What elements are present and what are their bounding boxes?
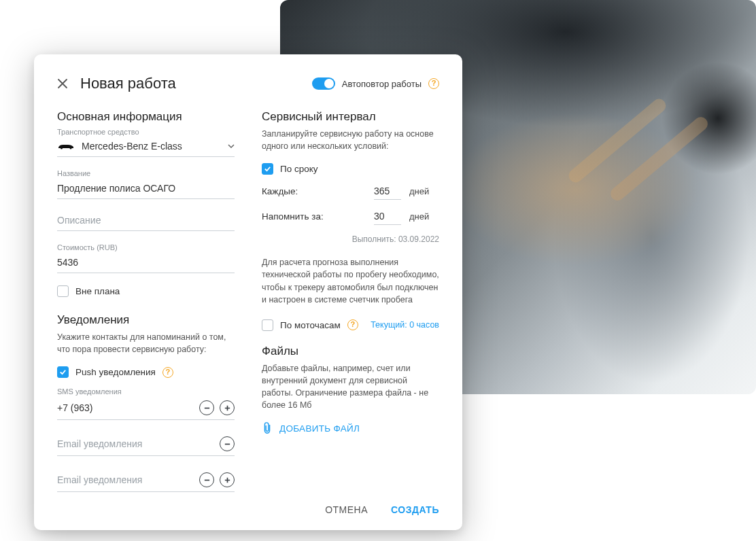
modal-footer: ОТМЕНА СОЗДАТЬ: [57, 492, 439, 515]
out-of-plan-checkbox[interactable]: [57, 285, 69, 297]
name-field: Название: [57, 169, 235, 199]
email-placeholder[interactable]: Email уведомления: [57, 474, 194, 485]
close-icon[interactable]: [57, 78, 68, 89]
remind-unit: дней: [409, 211, 436, 222]
remind-input[interactable]: [374, 209, 401, 225]
modal-header: Новая работа Автоповтор работы ?: [57, 75, 439, 92]
vehicle-label: Транспортное средство: [57, 128, 235, 136]
vehicle-field: Транспортное средство Mercedes-Benz E-cl…: [57, 128, 235, 157]
new-job-modal: Новая работа Автоповтор работы ? Основна…: [34, 54, 462, 530]
add-file-button[interactable]: ДОБАВИТЬ ФАЙЛ: [262, 422, 439, 434]
email-row-2: Email уведомления: [57, 470, 235, 492]
name-input[interactable]: [57, 179, 235, 199]
right-column: Сервисный интервал Запланируйте сервисну…: [262, 110, 439, 492]
modal-title: Новая работа: [80, 75, 312, 92]
mileage-note: Для расчета прогноза выполнения техничес…: [262, 256, 439, 306]
plus-icon: [224, 476, 231, 484]
help-icon[interactable]: ?: [428, 78, 439, 89]
plus-icon: [224, 404, 231, 412]
car-icon: [57, 142, 75, 150]
help-icon[interactable]: ?: [347, 319, 358, 330]
push-checkbox[interactable]: [57, 366, 69, 378]
by-hours-label: По моточасам: [280, 320, 341, 330]
auto-repeat-toggle[interactable]: [312, 77, 335, 90]
by-hours-checkbox[interactable]: [262, 319, 273, 331]
help-icon[interactable]: ?: [162, 367, 173, 378]
sms-row: +7 (963): [57, 398, 235, 420]
cancel-button[interactable]: ОТМЕНА: [325, 504, 368, 515]
remind-row: Напомнить за: дней: [262, 209, 439, 225]
create-button[interactable]: СОЗДАТЬ: [391, 504, 439, 515]
basic-info-heading: Основная информация: [57, 110, 235, 124]
execute-date: Выполнить: 03.09.2022: [262, 234, 439, 244]
svg-point-1: [70, 147, 72, 150]
every-label: Каждые:: [262, 186, 343, 196]
left-column: Основная информация Транспортное средств…: [57, 110, 235, 492]
by-time-row[interactable]: По сроку: [262, 163, 439, 175]
by-time-checkbox[interactable]: [262, 163, 273, 175]
chevron-down-icon: [228, 143, 235, 150]
remove-button[interactable]: [199, 472, 214, 487]
out-of-plan-row[interactable]: Вне плана: [57, 285, 235, 297]
add-button[interactable]: [220, 472, 235, 487]
minus-icon: [224, 440, 231, 448]
every-unit: дней: [409, 186, 436, 196]
remind-label: Напомнить за:: [262, 211, 343, 222]
minus-icon: [203, 476, 211, 484]
sms-value[interactable]: +7 (963): [57, 402, 194, 413]
email-row-1: Email уведомления: [57, 434, 235, 456]
every-input[interactable]: [374, 184, 401, 200]
by-time-label: По сроку: [280, 164, 318, 174]
interval-desc: Запланируйте сервисную работу на основе …: [262, 128, 439, 152]
remove-button[interactable]: [199, 400, 214, 415]
paperclip-icon: [262, 422, 273, 434]
vehicle-select[interactable]: Mercedes-Benz E-class: [57, 138, 235, 157]
files-desc: Добавьте файлы, например, счет или внутр…: [262, 362, 439, 412]
notifications-desc: Укажите контакты для напоминаний о том, …: [57, 331, 235, 355]
name-label: Название: [57, 169, 235, 177]
interval-heading: Сервисный интервал: [262, 110, 439, 124]
description-input[interactable]: [57, 211, 235, 231]
notifications-heading: Уведомления: [57, 313, 235, 327]
push-row[interactable]: Push уведомления ?: [57, 366, 235, 378]
minus-icon: [203, 404, 211, 412]
current-hours-link[interactable]: Текущий: 0 часов: [371, 320, 439, 330]
cost-label: Стоимость (RUB): [57, 243, 235, 251]
out-of-plan-label: Вне плана: [75, 286, 120, 296]
sms-label: SMS уведомления: [57, 387, 235, 396]
add-file-label: ДОБАВИТЬ ФАЙЛ: [279, 423, 360, 434]
vehicle-value: Mercedes-Benz E-class: [82, 141, 221, 152]
svg-point-0: [61, 147, 63, 150]
push-label: Push уведомления: [75, 367, 156, 377]
remove-button[interactable]: [220, 436, 235, 451]
cost-input[interactable]: [57, 254, 235, 273]
add-button[interactable]: [220, 400, 235, 415]
auto-repeat-label: Автоповтор работы: [342, 79, 422, 89]
email-placeholder[interactable]: Email уведомления: [57, 438, 214, 449]
description-field: [57, 211, 235, 231]
cost-field: Стоимость (RUB): [57, 243, 235, 273]
files-heading: Файлы: [262, 345, 439, 358]
every-row: Каждые: дней: [262, 184, 439, 200]
by-hours-row: По моточасам ? Текущий: 0 часов: [262, 319, 439, 331]
